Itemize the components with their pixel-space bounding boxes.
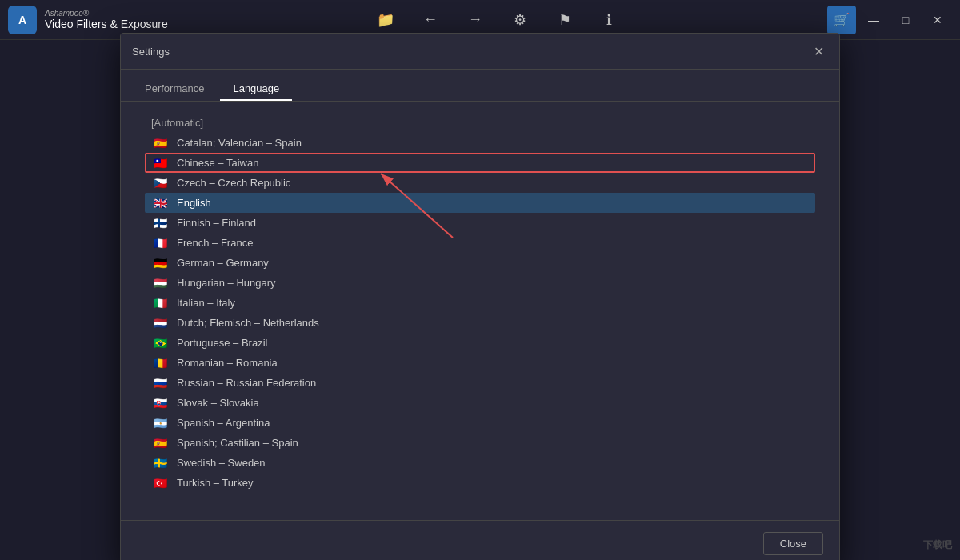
info-button[interactable]: ℹ <box>595 6 624 34</box>
lang-item-fr[interactable]: 🇫🇷 French – France <box>145 233 815 253</box>
dialog-tabs: Performance Language <box>121 70 839 102</box>
lang-item-br[interactable]: 🇧🇷 Portuguese – Brazil <box>145 333 815 353</box>
lang-label-ro: Romanian – Romania <box>177 357 278 369</box>
lang-label-nl: Dutch; Flemisch – Netherlands <box>177 317 319 329</box>
lang-item-ru[interactable]: 🇷🇺 Russian – Russian Federation <box>145 373 815 393</box>
dialog-titlebar: Settings ✕ <box>121 34 839 70</box>
lang-item-tr[interactable]: 🇹🇷 Turkish – Turkey <box>145 473 815 493</box>
maximize-button[interactable]: □ <box>891 6 920 34</box>
app-identity: A Ashampoo® Video Filters & Exposure <box>8 6 168 34</box>
back-button[interactable]: ← <box>416 6 445 34</box>
flag-sk: 🇸🇰 <box>151 398 169 409</box>
watermark: 下载吧 <box>923 538 952 552</box>
lang-item-ro[interactable]: 🇷🇴 Romanian – Romania <box>145 353 815 373</box>
lang-label-ru: Russian – Russian Federation <box>177 377 316 389</box>
lang-item-nl[interactable]: 🇳🇱 Dutch; Flemisch – Netherlands <box>145 313 815 333</box>
lang-label-ca: Catalan; Valencian – Spain <box>177 137 302 149</box>
flag-ca: 🇪🇸 <box>151 138 169 149</box>
flag-fr: 🇫🇷 <box>151 238 169 249</box>
flag-fi: 🇫🇮 <box>151 218 169 229</box>
toolbar: 📁 ← → ⚙ ⚑ ℹ <box>371 6 624 34</box>
flag-se: 🇸🇪 <box>151 458 169 469</box>
lang-item-se[interactable]: 🇸🇪 Swedish – Sweden <box>145 453 815 473</box>
main-area: Settings ✕ Performance Language [Automat… <box>0 40 960 560</box>
lang-label-se: Swedish – Sweden <box>177 457 266 469</box>
lang-item-sk[interactable]: 🇸🇰 Slovak – Slovakia <box>145 393 815 413</box>
app-title-block: Ashampoo® Video Filters & Exposure <box>45 9 168 30</box>
flag-ro: 🇷🇴 <box>151 358 169 369</box>
lang-label-es: Spanish; Castilian – Spain <box>177 437 298 449</box>
close-window-button[interactable]: ✕ <box>923 6 952 34</box>
app-name: Video Filters & Exposure <box>45 18 168 30</box>
cart-button[interactable]: 🛒 <box>827 6 856 34</box>
lang-item-de[interactable]: 🇩🇪 German – Germany <box>145 253 815 273</box>
flag-hu: 🇭🇺 <box>151 278 169 289</box>
settings-dialog: Settings ✕ Performance Language [Automat… <box>120 33 840 560</box>
lang-label-tw: Chinese – Taiwan <box>177 157 258 169</box>
flag-br: 🇧🇷 <box>151 338 169 349</box>
flag-tw: 🇹🇼 <box>151 158 169 169</box>
flag-cz: 🇨🇿 <box>151 178 169 189</box>
minimize-button[interactable]: — <box>859 6 888 34</box>
dialog-footer: Close <box>121 520 839 560</box>
lang-item-ca[interactable]: 🇪🇸 Catalan; Valencian – Spain <box>145 133 815 153</box>
forward-button[interactable]: → <box>461 6 490 34</box>
lang-label-tr: Turkish – Turkey <box>177 477 254 489</box>
lang-item-en[interactable]: 🇬🇧 English <box>145 193 815 213</box>
flag-ru: 🇷🇺 <box>151 378 169 389</box>
flag-en: 🇬🇧 <box>151 198 169 209</box>
lang-item-it[interactable]: 🇮🇹 Italian – Italy <box>145 293 815 313</box>
flag-it: 🇮🇹 <box>151 298 169 309</box>
folder-button[interactable]: 📁 <box>371 6 400 34</box>
lang-label-auto: [Automatic] <box>151 117 203 129</box>
tab-language[interactable]: Language <box>220 78 292 101</box>
lang-label-ar: Spanish – Argentina <box>177 417 270 429</box>
lang-label-cz: Czech – Czech Republic <box>177 177 290 189</box>
flag-es: 🇪🇸 <box>151 438 169 449</box>
lang-label-fr: French – France <box>177 237 253 249</box>
dialog-content: [Automatic] 🇪🇸 Catalan; Valencian – Spai… <box>121 102 839 504</box>
lang-label-de: German – Germany <box>177 257 269 269</box>
flag-ar: 🇦🇷 <box>151 418 169 429</box>
flag-button[interactable]: ⚑ <box>550 6 579 34</box>
flag-de: 🇩🇪 <box>151 258 169 269</box>
lang-item-fi[interactable]: 🇫🇮 Finnish – Finland <box>145 213 815 233</box>
lang-item-es[interactable]: 🇪🇸 Spanish; Castilian – Spain <box>145 433 815 453</box>
settings-button[interactable]: ⚙ <box>506 6 534 34</box>
app-logo: A <box>8 6 37 34</box>
lang-label-it: Italian – Italy <box>177 297 235 309</box>
window-controls: 🛒 — □ ✕ <box>827 6 952 34</box>
lang-item-auto[interactable]: [Automatic] <box>145 113 815 133</box>
lang-label-sk: Slovak – Slovakia <box>177 397 259 409</box>
lang-label-hu: Hungarian – Hungary <box>177 277 276 289</box>
lang-label-fi: Finnish – Finland <box>177 217 256 229</box>
lang-label-br: Portuguese – Brazil <box>177 337 267 349</box>
flag-tr: 🇹🇷 <box>151 478 169 489</box>
dialog-title: Settings <box>132 46 170 58</box>
flag-nl: 🇳🇱 <box>151 318 169 329</box>
tab-performance[interactable]: Performance <box>132 78 217 101</box>
lang-label-en: English <box>177 197 211 209</box>
dialog-close-icon-button[interactable]: ✕ <box>809 42 828 61</box>
lang-item-cz[interactable]: 🇨🇿 Czech – Czech Republic <box>145 173 815 193</box>
lang-item-ar[interactable]: 🇦🇷 Spanish – Argentina <box>145 413 815 433</box>
close-dialog-button[interactable]: Close <box>763 532 823 555</box>
app-brand: Ashampoo® <box>45 9 168 18</box>
language-list: [Automatic] 🇪🇸 Catalan; Valencian – Spai… <box>145 113 815 493</box>
lang-item-tw[interactable]: 🇹🇼 Chinese – Taiwan <box>145 153 815 173</box>
lang-item-hu[interactable]: 🇭🇺 Hungarian – Hungary <box>145 273 815 293</box>
